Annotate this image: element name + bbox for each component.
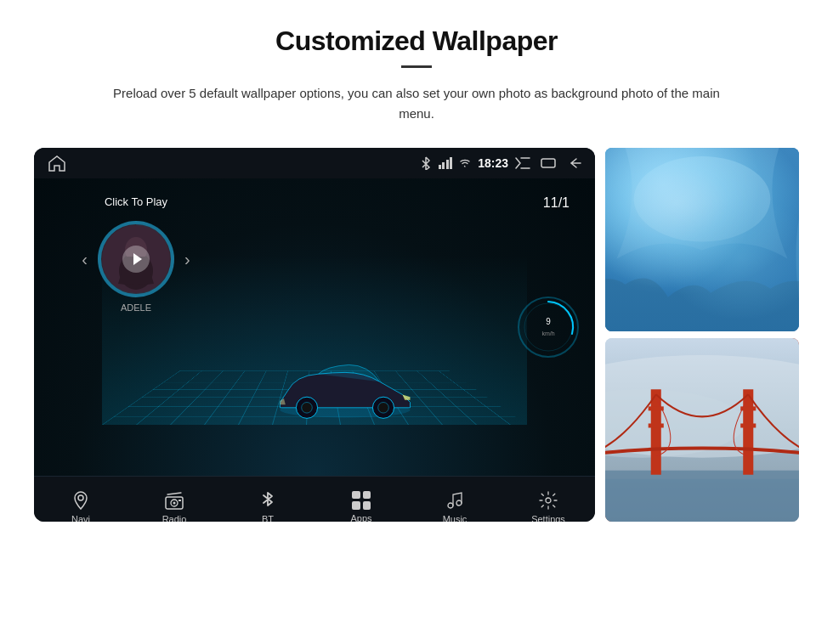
bt-label: BT — [262, 514, 274, 523]
page-subtitle: Preload over 5 default wallpaper options… — [110, 83, 722, 124]
album-disc[interactable] — [98, 221, 174, 297]
status-bar: 18:23 — [34, 148, 595, 178]
side-image-ice — [605, 148, 799, 331]
car-nav-bar: Navi Radio — [34, 476, 595, 522]
gauge-svg: 9 km/h — [514, 268, 582, 387]
back-icon — [566, 157, 581, 169]
window-icon — [541, 158, 556, 168]
click-to-play-label[interactable]: Click To Play — [105, 195, 167, 208]
svg-rect-31 — [740, 423, 756, 427]
svg-rect-26 — [651, 389, 661, 474]
side-images — [605, 148, 799, 522]
ice-cave-detail — [605, 148, 799, 331]
nav-item-navi[interactable]: Navi — [51, 490, 110, 523]
svg-point-10 — [524, 303, 572, 351]
play-button[interactable] — [122, 246, 150, 273]
car-ui-screenshot: 18:23 — [34, 148, 595, 522]
nav-right-icons — [515, 157, 581, 169]
nav-item-settings[interactable]: Settings — [518, 490, 578, 523]
svg-point-16 — [173, 501, 176, 504]
svg-rect-0 — [541, 159, 555, 167]
status-time: 18:23 — [478, 156, 508, 170]
nav-item-radio[interactable]: Radio — [144, 490, 204, 523]
play-triangle-icon — [133, 253, 142, 265]
gauge-right: 9 km/h — [514, 268, 582, 387]
svg-rect-29 — [649, 423, 664, 427]
status-bar-left — [48, 155, 66, 172]
nav-item-apps[interactable]: Apps — [332, 491, 391, 523]
svg-rect-27 — [743, 389, 753, 474]
bluetooth-status-icon — [420, 156, 432, 170]
radio-label: Radio — [162, 514, 187, 523]
svg-point-13 — [78, 495, 83, 500]
svg-text:km/h: km/h — [541, 330, 554, 336]
next-button[interactable]: › — [184, 250, 190, 269]
navi-icon — [71, 490, 90, 511]
music-player: Click To Play ‹ — [51, 195, 221, 313]
page-title: Customized Wallpaper — [275, 25, 558, 57]
nav-item-bt[interactable]: BT — [238, 490, 298, 523]
status-bar-right: 18:23 — [420, 156, 581, 170]
radio-icon — [164, 490, 184, 511]
svg-text:9: 9 — [546, 317, 551, 326]
page-container: Customized Wallpaper Preload over 5 defa… — [0, 0, 833, 644]
apps-label: Apps — [350, 513, 371, 523]
bridge-svg — [605, 338, 799, 522]
album-area: ‹ — [82, 221, 190, 297]
nav-item-music[interactable]: Music — [425, 490, 484, 523]
music-label: Music — [443, 514, 468, 523]
title-divider — [401, 65, 432, 68]
settings-icon — [538, 490, 558, 511]
settings-label: Settings — [531, 514, 565, 523]
artist-label: ADELE — [121, 302, 151, 313]
content-area: 18:23 — [34, 148, 799, 522]
side-image-bridge — [605, 338, 799, 522]
date-display: 11/1 — [543, 195, 570, 211]
svg-rect-17 — [178, 500, 181, 501]
svg-point-8 — [378, 403, 389, 414]
car-image — [269, 353, 422, 429]
expand-icon — [515, 157, 530, 169]
svg-point-9 — [518, 297, 578, 357]
apps-icon — [352, 491, 371, 510]
car-svg — [269, 353, 422, 429]
wifi-icon — [459, 158, 471, 168]
car-display: 11/1 Click To Play ‹ — [34, 178, 595, 476]
svg-rect-25 — [605, 479, 799, 522]
music-icon — [445, 490, 464, 511]
bt-icon — [260, 490, 275, 511]
svg-point-6 — [302, 403, 313, 414]
navi-label: Navi — [71, 514, 90, 523]
prev-button[interactable]: ‹ — [82, 250, 88, 269]
home-icon — [48, 155, 66, 172]
svg-point-18 — [546, 498, 551, 503]
signal-icon — [439, 157, 453, 169]
